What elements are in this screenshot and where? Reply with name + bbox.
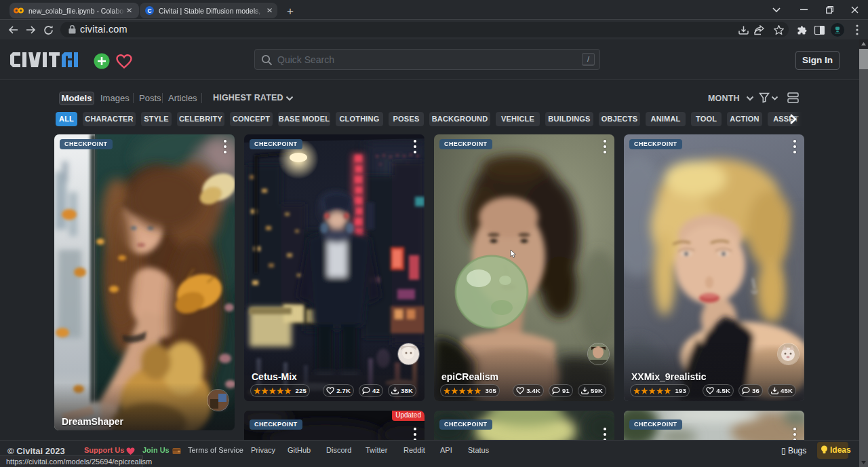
svg-text:C: C bbox=[147, 7, 151, 14]
